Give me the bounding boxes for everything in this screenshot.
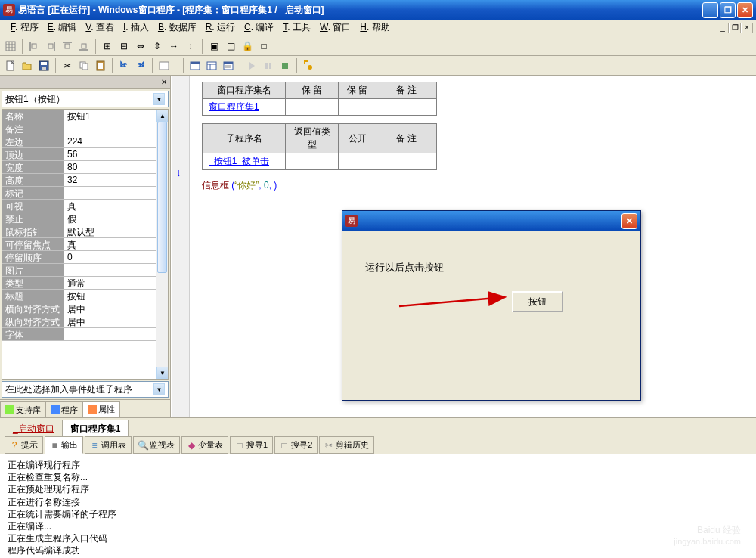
bottom-tab-变量表[interactable]: ◆变量表 xyxy=(181,436,228,454)
close-button[interactable]: ✕ xyxy=(737,2,753,18)
run-icon[interactable] xyxy=(244,58,259,73)
bottom-tab-提示[interactable]: ?提示 xyxy=(5,436,43,454)
prop-row[interactable]: 图片 xyxy=(2,264,168,277)
lock-icon[interactable]: 🔒 xyxy=(240,39,255,54)
align-top-icon[interactable] xyxy=(60,39,75,54)
new-icon[interactable] xyxy=(3,58,18,73)
prop-value[interactable]: 按钮 xyxy=(64,290,168,302)
same-h-icon[interactable]: ↕ xyxy=(183,39,198,54)
form-icon[interactable] xyxy=(187,58,203,73)
module-icon[interactable] xyxy=(204,58,219,73)
maximize-button[interactable]: ❐ xyxy=(720,2,736,18)
table-cell[interactable]: 窗口程序集1 xyxy=(203,99,286,116)
menu-r[interactable]: R. 运行 xyxy=(201,20,240,34)
table-cell[interactable] xyxy=(376,99,437,116)
mdi-close[interactable]: × xyxy=(741,23,753,33)
box-icon[interactable]: □ xyxy=(256,39,271,54)
back-icon[interactable]: ◫ xyxy=(223,39,238,54)
prop-row[interactable]: 左边224 xyxy=(2,135,168,148)
prop-row[interactable]: 标题按钮 xyxy=(2,290,168,302)
event-combo-arrow-icon[interactable]: ▼ xyxy=(153,383,165,395)
front-icon[interactable]: ▣ xyxy=(206,39,222,54)
dialog-titlebar[interactable]: 易 ✕ xyxy=(342,211,640,231)
redo-icon[interactable] xyxy=(133,58,148,73)
prop-value[interactable]: 224 xyxy=(64,135,168,147)
object-combo[interactable]: 按钮1（按钮） ▼ xyxy=(2,91,169,107)
menu-b[interactable]: B. 数据库 xyxy=(153,20,201,34)
menu-c[interactable]: C. 编译 xyxy=(240,20,278,34)
table-cell[interactable]: _按钮1_被单击 xyxy=(203,153,286,170)
center-v-icon[interactable]: ⊟ xyxy=(116,39,132,54)
align-right-icon[interactable] xyxy=(43,39,58,54)
prop-row[interactable]: 顶边56 xyxy=(2,148,168,161)
menu-f[interactable]: F. 程序 xyxy=(6,20,43,34)
copy-icon[interactable] xyxy=(76,58,91,73)
property-scrollbar[interactable]: ▲ ▼ xyxy=(156,110,168,379)
pause-icon[interactable] xyxy=(261,58,276,73)
prop-value[interactable]: 32 xyxy=(64,174,168,186)
table-cell[interactable] xyxy=(339,99,376,116)
prop-row[interactable]: 名称按钮1 xyxy=(2,110,168,122)
stop-icon[interactable] xyxy=(277,58,293,73)
property-grid[interactable]: 名称按钮1备注左边224顶边56宽度80高度32标记可视真禁止假鼠标指针默认型可… xyxy=(2,109,169,380)
menu-w[interactable]: W. 窗口 xyxy=(315,20,355,34)
scroll-down-icon[interactable]: ▼ xyxy=(156,367,169,379)
prop-value[interactable]: 居中 xyxy=(64,302,168,315)
code-tab[interactable]: 窗口程序集1 xyxy=(62,420,129,436)
center-h-icon[interactable]: ⊞ xyxy=(100,39,115,54)
prop-value[interactable]: 真 xyxy=(64,200,168,212)
prop-row[interactable]: 类型通常 xyxy=(2,277,168,290)
scroll-thumb[interactable] xyxy=(157,122,167,273)
table-cell[interactable] xyxy=(286,153,339,170)
prop-value[interactable]: 56 xyxy=(64,148,168,160)
code-tab[interactable]: _启动窗口 xyxy=(5,420,63,436)
table-cell[interactable] xyxy=(376,153,437,170)
prop-row[interactable]: 备注 xyxy=(2,122,168,135)
prop-row[interactable]: 鼠标指针默认型 xyxy=(2,225,168,238)
menu-i[interactable]: I. 插入 xyxy=(119,20,153,34)
same-w-icon[interactable]: ↔ xyxy=(166,39,181,54)
prop-row[interactable]: 停留顺序0 xyxy=(2,251,168,264)
dialog-button[interactable]: 按钮 xyxy=(512,291,563,312)
mdi-restore[interactable]: ❐ xyxy=(729,23,741,33)
bottom-tab-搜寻1[interactable]: □搜寻1 xyxy=(230,436,273,454)
scroll-up-icon[interactable]: ▲ xyxy=(156,110,169,122)
cut-icon[interactable]: ✂ xyxy=(60,58,75,73)
bottom-tab-输出[interactable]: ■输出 xyxy=(45,436,83,454)
prop-row[interactable]: 可视真 xyxy=(2,200,168,212)
prop-value[interactable]: 居中 xyxy=(64,315,168,327)
step-icon[interactable] xyxy=(301,58,316,73)
menu-v[interactable]: V. 查看 xyxy=(81,20,119,34)
panel-close-icon[interactable]: ✕ xyxy=(161,78,167,86)
bottom-tab-搜寻2[interactable]: □搜寻2 xyxy=(274,436,318,454)
bottom-tab-监视表[interactable]: 🔍监视表 xyxy=(133,436,180,454)
undo-icon[interactable] xyxy=(116,58,132,73)
prop-value[interactable] xyxy=(64,264,168,276)
save-icon[interactable] xyxy=(36,58,51,73)
prop-row[interactable]: 标记 xyxy=(2,187,168,200)
mdi-minimize[interactable]: _ xyxy=(717,23,729,33)
bottom-tab-调用表[interactable]: ≡调用表 xyxy=(85,436,132,454)
prop-value[interactable] xyxy=(64,328,168,340)
bottom-tab-剪辑历史[interactable]: ✂剪辑历史 xyxy=(319,436,374,454)
find-icon[interactable] xyxy=(156,58,172,73)
output-text[interactable]: 正在编译现行程序正在检查重复名称...正在预处理现行程序正在进行名称连接正在统计… xyxy=(0,454,756,558)
code-line[interactable]: 信息框 (“你好”, 0, ) xyxy=(202,178,756,194)
prop-row[interactable]: 字体 xyxy=(2,328,168,341)
prop-value[interactable]: 真 xyxy=(64,238,168,250)
table-cell[interactable] xyxy=(339,153,376,170)
prop-value[interactable]: 通常 xyxy=(64,277,168,289)
dist-v-icon[interactable]: ⇕ xyxy=(150,39,165,54)
prop-value[interactable]: 假 xyxy=(64,212,168,225)
prop-value[interactable] xyxy=(64,187,168,199)
code-icon[interactable] xyxy=(221,58,236,73)
prop-row[interactable]: 禁止假 xyxy=(2,212,168,225)
tool-grid-icon[interactable] xyxy=(3,39,18,54)
menu-t[interactable]: T. 工具 xyxy=(278,20,315,34)
open-icon[interactable] xyxy=(20,58,35,73)
prop-row[interactable]: 横向对齐方式居中 xyxy=(2,302,168,315)
prop-row[interactable]: 高度32 xyxy=(2,174,168,187)
left-tab-支持库[interactable]: 支持库 xyxy=(0,401,46,417)
prop-value[interactable]: 按钮1 xyxy=(64,110,168,122)
prop-value[interactable] xyxy=(64,122,168,135)
